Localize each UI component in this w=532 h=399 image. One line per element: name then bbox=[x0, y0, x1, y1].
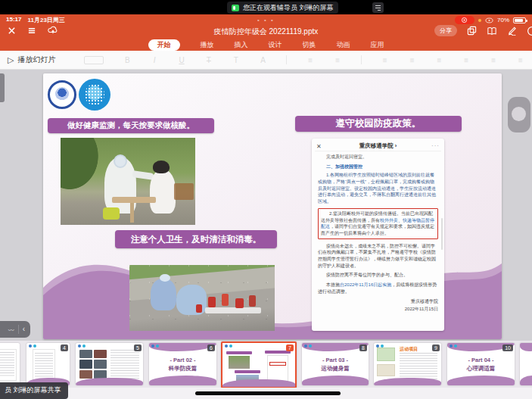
align-center-icon[interactable]: ≡ bbox=[409, 56, 416, 64]
align-right-icon[interactable]: ≡ bbox=[435, 56, 443, 64]
numbered-list-icon[interactable]: ≡ bbox=[334, 56, 341, 64]
play-slideshow-label: 播放幻灯片 bbox=[17, 55, 55, 65]
tab-home[interactable]: 开始 bbox=[148, 39, 180, 51]
signature-pen-icon[interactable] bbox=[507, 26, 517, 36]
section-title: - Part 03 - 运动健身篇 bbox=[302, 356, 369, 373]
worker-cap bbox=[160, 274, 170, 282]
screen-watch-banner[interactable]: 您正在观看辅导员 刘琳的屏幕 bbox=[227, 2, 338, 14]
wave-decoration bbox=[302, 343, 369, 351]
banner-health-monitoring[interactable]: 做好健康监测，每天按要求做核酸。 bbox=[48, 118, 214, 133]
tab-apps[interactable]: 应用 bbox=[371, 40, 384, 50]
mini-photo bbox=[377, 348, 395, 361]
thumbnail-slide-9[interactable]: 9 运动项目 bbox=[374, 343, 441, 385]
thumbnail-logos bbox=[450, 344, 457, 348]
bold-icon[interactable]: B bbox=[123, 56, 131, 64]
mini-banner bbox=[235, 370, 260, 373]
play-icon: ▷ bbox=[8, 55, 14, 65]
card-section-heading: 二、加强校园管控 bbox=[318, 164, 438, 170]
text-color-icon[interactable]: T bbox=[232, 56, 240, 64]
supply-bottle bbox=[235, 298, 244, 308]
card-scrollbar[interactable] bbox=[441, 218, 443, 250]
thumbnail-slide-6[interactable]: 6 - Part 02 - 科学防疫篇 bbox=[149, 343, 216, 385]
thumbnail-logos bbox=[376, 344, 384, 348]
align-left-icon[interactable]: ≡ bbox=[381, 56, 389, 64]
card-header: ✕ 重庆移通学院 › ··· bbox=[315, 142, 441, 151]
wave-decoration bbox=[374, 378, 441, 385]
share-button[interactable]: 分享 bbox=[434, 25, 457, 36]
slides-copy-icon[interactable] bbox=[467, 26, 477, 36]
thumbnail-slide-4[interactable]: 4 bbox=[26, 343, 70, 385]
card-paragraph: 疫情防控离不开每位同学的参与、配合。 bbox=[318, 272, 438, 279]
section-title: - Part 02 - 科学防疫篇 bbox=[149, 356, 216, 373]
tree-shape bbox=[61, 138, 106, 198]
supply-bottle bbox=[249, 295, 256, 307]
tab-design[interactable]: 设计 bbox=[269, 40, 282, 50]
ppe-hood bbox=[114, 154, 127, 168]
slide-number-badge: 5 bbox=[134, 344, 142, 351]
thumbnail-slide-8[interactable]: 8 - Part 03 - 运动健身篇 bbox=[302, 343, 369, 385]
bullet-list-icon[interactable]: ≡ bbox=[306, 56, 314, 64]
reader-book-icon[interactable] bbox=[487, 26, 497, 36]
supply-bottle bbox=[222, 294, 229, 306]
battery-icon bbox=[513, 17, 526, 23]
mini-heading: 运动项目 bbox=[400, 346, 418, 353]
indent-icon[interactable]: ≡ bbox=[490, 56, 497, 64]
student-figure bbox=[150, 170, 176, 214]
school-emblem-logo[interactable] bbox=[48, 80, 76, 109]
photo-disinfection[interactable] bbox=[129, 265, 275, 331]
tab-play[interactable]: 播放 bbox=[201, 40, 214, 50]
play-slideshow-button[interactable]: ▷ 播放幻灯片 bbox=[8, 55, 55, 65]
floating-tool-button[interactable] bbox=[508, 97, 530, 132]
editor-canvas[interactable]: 做好健康监测，每天按要求做核酸。 注意个人卫生，及时清洁和消毒。 bbox=[0, 70, 532, 341]
tab-animation[interactable]: 动画 bbox=[337, 40, 350, 50]
thumbnail-slide-3[interactable] bbox=[0, 343, 20, 385]
underline-icon[interactable]: U bbox=[178, 56, 185, 64]
wave-decoration bbox=[302, 376, 369, 385]
slide-canvas[interactable]: 做好健康监测，每天按要求做核酸。 注意个人卫生，及时清洁和消毒。 bbox=[43, 73, 502, 339]
tab-insert[interactable]: 插入 bbox=[235, 40, 248, 50]
home-indicator[interactable] bbox=[195, 391, 341, 395]
status-row: 15:17 11月23日周三 • • • 70% bbox=[0, 14, 532, 24]
photo-nucleic-acid-test[interactable] bbox=[61, 138, 195, 225]
slide-filmstrip[interactable]: 4 5 6 - Part 02 - 科学防疫篇 7 bbox=[0, 341, 532, 388]
card-paragraph: 1.各网格组织学生按照错时错峰错区域的原则前往就餐或购物，严格“两点一线”，全程… bbox=[318, 172, 438, 204]
test-table bbox=[112, 197, 156, 203]
status-ellipsis: • • • bbox=[0, 17, 532, 23]
banner-campus-policy[interactable]: 遵守校园防疫政策。 bbox=[295, 116, 462, 132]
italic-icon[interactable]: I bbox=[151, 56, 158, 64]
tab-transition[interactable]: 切换 bbox=[303, 40, 316, 50]
font-name-dropdown[interactable] bbox=[84, 56, 104, 64]
highlight-icon[interactable]: A bbox=[260, 56, 267, 64]
thumbnail-slide-5[interactable]: 5 bbox=[76, 343, 143, 385]
wechat-notice-card[interactable]: ✕ 重庆移通学院 › ··· 完成及时返回寝室。 二、加强校园管控 1.各网格组… bbox=[312, 139, 444, 331]
thumbnail-slide-7-selected[interactable]: 7 bbox=[221, 341, 297, 388]
wave-decoration bbox=[520, 343, 532, 351]
format-tools-disabled: B I U T T A ≡ ≡ ≡ ≡ ≡ ≡ ≡ ≡ bbox=[84, 55, 524, 64]
school-globe-logo[interactable] bbox=[79, 79, 110, 111]
banner-personal-hygiene[interactable]: 注意个人卫生，及时清洁和消毒。 bbox=[115, 230, 277, 248]
pen-tools-collapse-button[interactable]: 〰 ‹ bbox=[0, 321, 30, 338]
toolbar-divider bbox=[286, 55, 287, 64]
line-spacing-icon[interactable]: ≡ bbox=[517, 56, 524, 64]
thumbnail-slide-10[interactable]: 10 - Part 04 - 心理调适篇 bbox=[447, 343, 515, 385]
card-paragraph: 完成及时返回寝室。 bbox=[318, 154, 438, 161]
worker-figure-2 bbox=[176, 285, 207, 315]
card-paragraph: 疫情尚未远去，成绩来之不易，防控不可松懈。请同学们在校内佩戴口罩，不聚集不扎堆，… bbox=[318, 243, 438, 270]
slide-number-badge: 10 bbox=[502, 344, 513, 351]
card-signature: 重庆移通学院 2022年11月15日 bbox=[318, 298, 438, 313]
student-hair bbox=[153, 161, 170, 173]
mini-banner bbox=[226, 351, 252, 354]
photo-grid bbox=[79, 350, 107, 379]
notification-menu-icon[interactable] bbox=[372, 2, 384, 13]
card-paragraph: 2.坚决阻断校外可能的疫情传播链。当前已出现因配送外卖导致社会面传播，所有校外外… bbox=[321, 210, 435, 237]
supply-bottle bbox=[208, 297, 216, 307]
screen-share-icon bbox=[232, 5, 239, 11]
slide-number-badge: 4 bbox=[61, 344, 68, 351]
assistant-icon[interactable] bbox=[527, 26, 532, 36]
wave-decoration bbox=[76, 378, 143, 385]
strikethrough-icon[interactable]: T bbox=[205, 56, 213, 64]
justify-icon[interactable]: ≡ bbox=[462, 56, 470, 64]
app-bar: 15:17 11月23日周三 • • • 70% bbox=[0, 14, 532, 51]
thumbnail-slide-11[interactable] bbox=[520, 343, 532, 385]
thumbnail-logos bbox=[151, 344, 159, 348]
